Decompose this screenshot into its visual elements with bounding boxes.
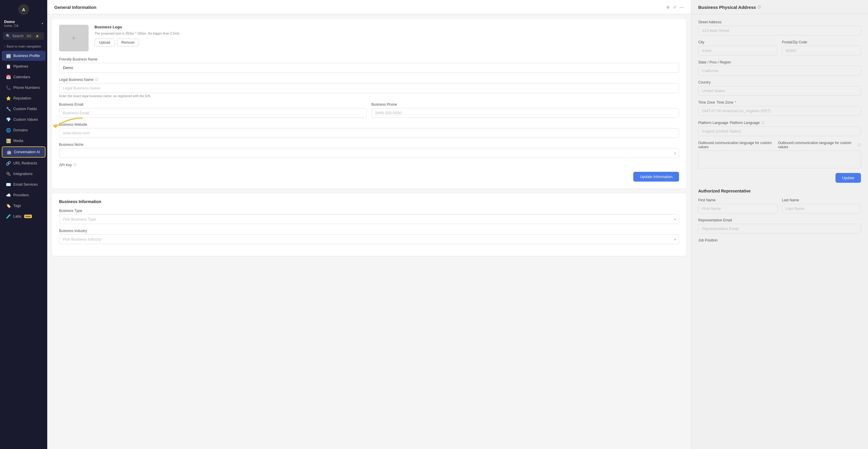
- email-label: Business Email: [59, 102, 367, 106]
- update-info-row: Update Information: [59, 172, 679, 182]
- custom-values-icon: 💎: [6, 117, 11, 122]
- business-info-title: Business Information: [59, 199, 679, 204]
- business-industry-select[interactable]: Pick Business Industry: [59, 234, 679, 244]
- sidebar-item-label: Business Profile: [13, 54, 40, 58]
- platform-language-info-icon[interactable]: ⓘ: [761, 121, 764, 125]
- legal-name-info-icon[interactable]: ⓘ: [95, 77, 98, 82]
- sidebar-item-business-profile[interactable]: 🏢 Business Profile: [2, 51, 45, 61]
- niche-group: Business Niche: [59, 142, 679, 158]
- api-key-label: API Key ⓘ: [59, 163, 679, 167]
- legal-name-input[interactable]: [59, 83, 679, 93]
- state-group: State / Prov / Region: [698, 60, 861, 75]
- phone-input[interactable]: [371, 108, 679, 118]
- sidebar-item-email-services[interactable]: ✉️ Email Services: [2, 180, 45, 190]
- email-phone-row: Business Email Business Phone: [59, 102, 679, 123]
- sidebar-item-domains[interactable]: 🌐 Domains: [2, 125, 45, 135]
- sidebar-item-reputation[interactable]: ⭐ Reputation: [2, 93, 45, 103]
- sidebar-item-url-redirects[interactable]: 🔗 URL Redirects: [2, 158, 45, 168]
- sidebar-item-conversation-ai[interactable]: 🤖 Conversation AI: [2, 147, 45, 158]
- sidebar-item-calendars[interactable]: 📅 Calendars: [2, 72, 45, 82]
- sidebar-item-label: Phone Numbers: [13, 86, 40, 90]
- first-name-group: First Name: [698, 198, 777, 214]
- sidebar-item-label: Domains: [13, 128, 28, 132]
- sidebar-item-pipelines[interactable]: 📋 Pipelines: [2, 61, 45, 71]
- general-info-form: + Business Logo The proposed size is 350…: [52, 19, 686, 189]
- logo-description: The proposed size is 350px * 180px. No b…: [94, 32, 179, 35]
- friendly-name-input[interactable]: [59, 63, 679, 73]
- api-key-info-icon[interactable]: ⓘ: [73, 163, 76, 167]
- sidebar-user[interactable]: Demo Irvine, CA ▾: [0, 18, 47, 30]
- country-group: Country: [698, 80, 861, 96]
- back-to-main-nav[interactable]: ‹ Back to main navigation: [0, 43, 47, 51]
- rep-email-group: Representative Email: [698, 218, 861, 233]
- street-address-group: Street Address: [698, 20, 861, 35]
- email-input[interactable]: [59, 108, 367, 118]
- business-type-wrapper: Pick Business Type: [59, 214, 679, 224]
- timezone-input[interactable]: [698, 106, 861, 116]
- first-name-input[interactable]: [698, 204, 777, 214]
- sidebar-item-media[interactable]: 🖼️ Media: [2, 136, 45, 146]
- sidebar-item-labs[interactable]: 🧪 Labs new: [2, 212, 45, 221]
- sidebar-item-label: Custom Fields: [13, 107, 37, 111]
- sidebar-item-integrations[interactable]: 🔌 Integrations: [2, 169, 45, 179]
- section-header-title: General Information: [54, 5, 97, 10]
- phone-label: Business Phone: [371, 102, 679, 106]
- rep-email-input[interactable]: [698, 224, 861, 233]
- sidebar-item-label: Conversation AI: [14, 150, 40, 154]
- website-input[interactable]: [59, 128, 679, 138]
- city-group: City: [698, 40, 777, 56]
- search-label: Search: [12, 34, 24, 38]
- sidebar-item-custom-values[interactable]: 💎 Custom Values: [2, 115, 45, 125]
- sidebar-item-custom-fields[interactable]: 🔧 Custom Fields: [2, 104, 45, 114]
- sidebar-item-label: Integrations: [13, 172, 32, 176]
- update-button[interactable]: Update: [836, 173, 861, 183]
- niche-select[interactable]: [59, 148, 679, 158]
- sidebar-item-label: Reputation: [13, 96, 31, 100]
- postal-label: Postal/Zip Code: [782, 40, 861, 44]
- sidebar-item-label: Media: [13, 139, 23, 143]
- address-header-title: Business Physical Address: [698, 5, 756, 10]
- logo-placeholder: +: [59, 25, 89, 51]
- niche-select-wrapper: [59, 148, 679, 158]
- business-type-select[interactable]: Pick Business Type: [59, 214, 679, 224]
- tags-icon: 🏷️: [6, 203, 11, 208]
- sidebar-item-providers[interactable]: ☁️ Providers: [2, 190, 45, 200]
- legal-name-group: Legal Business Name ⓘ Enter the exact le…: [59, 77, 679, 98]
- general-info-header: General Information ⊖ ⤢ —: [47, 0, 691, 14]
- legal-name-hint: Enter the exact legal business name, as …: [59, 94, 679, 98]
- email-group: Business Email: [59, 102, 367, 118]
- phone-numbers-icon: 📞: [6, 85, 11, 90]
- sidebar-item-phone-numbers[interactable]: 📞 Phone Numbers: [2, 83, 45, 93]
- niche-label: Business Niche: [59, 142, 679, 147]
- expand-icon[interactable]: ⤢: [673, 5, 676, 9]
- state-input[interactable]: [698, 66, 861, 75]
- reputation-icon: ⭐: [6, 96, 11, 101]
- postal-group: Postal/Zip Code: [782, 40, 861, 56]
- url-redirects-icon: 🔗: [6, 161, 11, 166]
- user-name: Demo: [4, 20, 18, 24]
- platform-language-group: Platform Language Platform Language ⓘ: [698, 121, 861, 136]
- menu-icon[interactable]: —: [680, 5, 684, 9]
- update-information-button[interactable]: Update Information: [633, 172, 679, 182]
- postal-input[interactable]: [782, 46, 861, 56]
- rep-email-label: Representative Email: [698, 218, 861, 222]
- address-info-icon[interactable]: ⓘ: [757, 5, 761, 9]
- street-address-input[interactable]: [698, 26, 861, 35]
- integrations-icon: 🔌: [6, 171, 11, 176]
- city-input[interactable]: [698, 46, 777, 56]
- providers-icon: ☁️: [6, 193, 11, 197]
- job-position-group: Job Position: [698, 238, 861, 243]
- collapse-icon[interactable]: ⊖: [666, 5, 670, 9]
- business-type-label: Business Type: [59, 209, 679, 213]
- job-position-label: Job Position: [698, 238, 861, 243]
- center-panel: General Information ⊖ ⤢ — + Business Log…: [47, 0, 691, 449]
- sidebar-item-tags[interactable]: 🏷️ Tags: [2, 201, 45, 211]
- upload-button[interactable]: Upload: [94, 39, 115, 46]
- last-name-input[interactable]: [782, 204, 861, 214]
- remove-button[interactable]: Remove: [117, 39, 139, 46]
- address-header: Business Physical Address ⓘ: [691, 0, 868, 14]
- search-button[interactable]: 🔍 Search ⌘K ⚡: [3, 32, 44, 40]
- country-input[interactable]: [698, 86, 861, 96]
- platform-language-input[interactable]: [698, 126, 861, 136]
- outbound-info-icon[interactable]: ⓘ: [858, 143, 861, 147]
